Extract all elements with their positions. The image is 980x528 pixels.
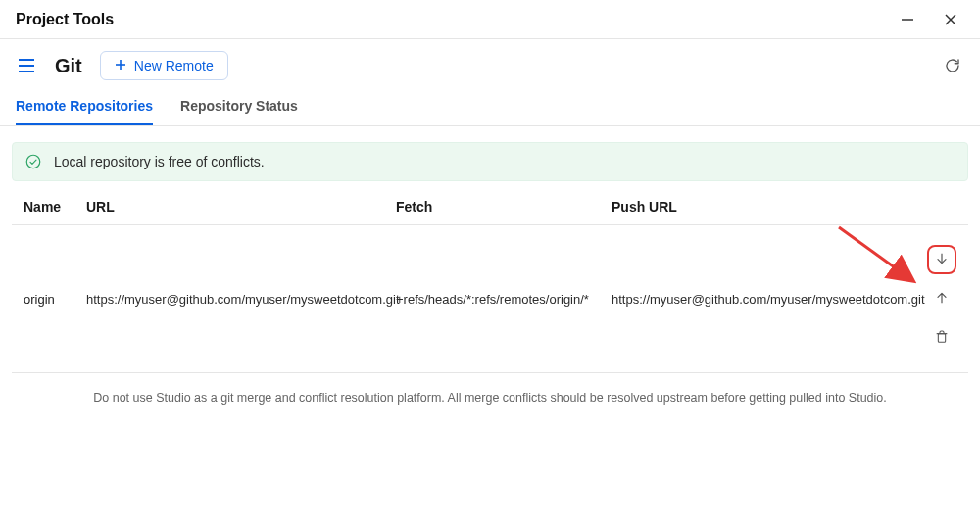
new-remote-label: New Remote — [134, 58, 214, 73]
window-close-button[interactable] — [937, 6, 964, 33]
remote-fetch: +refs/heads/*:refs/remotes/origin/* — [396, 292, 612, 307]
remote-name: origin — [24, 292, 86, 307]
arrow-up-icon — [934, 290, 950, 309]
arrow-down-icon — [934, 251, 950, 269]
pull-button[interactable] — [927, 245, 956, 274]
column-header-fetch: Fetch — [396, 199, 612, 215]
menu-icon[interactable] — [16, 55, 37, 76]
tab-remote-repositories[interactable]: Remote Repositories — [16, 90, 153, 125]
column-header-url: URL — [86, 199, 396, 215]
delete-button[interactable] — [927, 323, 956, 353]
column-header-name: Name — [24, 199, 86, 215]
footer-note: Do not use Studio as a git merge and con… — [0, 373, 980, 422]
remote-push-url: https://myuser@github.com/myuser/mysweet… — [612, 292, 886, 307]
svg-rect-11 — [938, 333, 945, 342]
window-minimize-button[interactable] — [894, 6, 921, 33]
push-button[interactable] — [927, 284, 956, 313]
page-title: Git — [55, 55, 82, 77]
window-title: Project Tools — [16, 11, 114, 28]
remote-url: https://myuser@github.com/myuser/mysweet… — [86, 292, 396, 307]
table-row: origin https://myuser@github.com/myuser/… — [12, 225, 968, 373]
trash-icon — [934, 329, 950, 348]
refresh-button[interactable] — [941, 54, 964, 77]
status-message: Local repository is free of conflicts. — [54, 154, 265, 169]
new-remote-button[interactable]: New Remote — [100, 51, 228, 80]
plus-icon — [115, 58, 126, 73]
svg-point-8 — [26, 155, 40, 168]
tab-repository-status[interactable]: Repository Status — [180, 90, 298, 125]
check-circle-icon — [24, 153, 42, 170]
status-banner: Local repository is free of conflicts. — [12, 142, 968, 181]
column-header-push-url: Push URL — [612, 199, 886, 215]
